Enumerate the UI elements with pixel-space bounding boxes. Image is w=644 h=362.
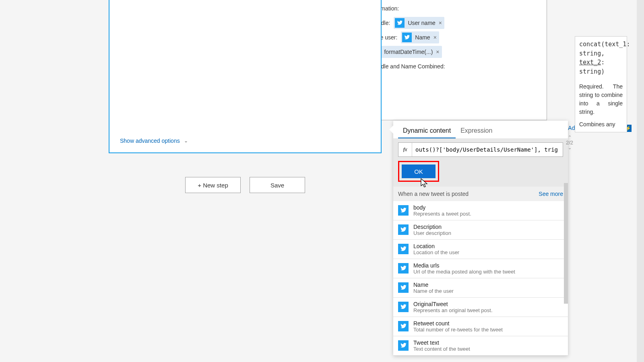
item-title: Description: [413, 224, 451, 230]
highlight-box: OK: [398, 161, 439, 182]
item-desc: Location of the user: [413, 249, 459, 255]
item-title: Location: [413, 243, 459, 249]
dynamic-content-item[interactable]: OriginalTweetRepresents an original twee…: [393, 298, 568, 317]
chevron-up-icon[interactable]: ⌃: [566, 135, 573, 140]
twitter-icon: [398, 205, 409, 216]
item-title: Tweet text: [413, 339, 470, 346]
popup-arrow: [389, 125, 393, 134]
close-icon[interactable]: ×: [436, 49, 439, 55]
scrollbar-thumb[interactable]: [564, 183, 568, 304]
function-signature-tooltip: concat(text_1: string, text_2: string) R…: [575, 36, 627, 132]
dynamic-content-item[interactable]: Tweet textText content of the tweet: [393, 336, 568, 356]
twitter-icon: [398, 340, 409, 351]
item-title: Retweet count: [413, 320, 503, 327]
chevron-down-icon[interactable]: ⌄: [566, 146, 573, 150]
pager-text: 2/2: [566, 140, 573, 146]
dynamic-content-item[interactable]: Retweet countTotal number of re-tweets f…: [393, 317, 568, 336]
twitter-icon: [398, 321, 409, 331]
item-desc: Total number of re-tweets for the tweet: [413, 327, 503, 333]
twitter-icon: [398, 263, 409, 274]
close-icon[interactable]: ×: [433, 34, 437, 41]
token-username[interactable]: User name ×: [394, 17, 444, 29]
dynamic-content-item[interactable]: bodyRepresents a tweet post.: [393, 201, 568, 220]
item-desc: Represents an original tweet post.: [413, 307, 493, 313]
expression-input[interactable]: [412, 144, 563, 155]
item-desc: Text content of the tweet: [413, 346, 470, 352]
item-title: OriginalTweet: [413, 301, 493, 307]
ok-button[interactable]: OK: [402, 165, 436, 178]
token-label: User name: [408, 20, 435, 26]
expression-input-wrap: fx: [398, 142, 563, 157]
signature-pager[interactable]: ⌃ 2/2 ⌄: [566, 135, 573, 150]
fx-icon: fx: [398, 143, 412, 156]
action-card: Show advanced options ⌄: [109, 0, 382, 153]
sig-part: concat(text_1: string,: [579, 41, 630, 57]
item-desc: Name of the user: [413, 288, 454, 294]
token-label: formatDateTime(...): [384, 49, 433, 55]
dynamic-content-list[interactable]: bodyRepresents a tweet post.DescriptionU…: [393, 201, 568, 356]
item-desc: Url of the media posted along with the t…: [413, 269, 515, 275]
dynamic-content-item[interactable]: NameName of the user: [393, 278, 568, 298]
new-step-button[interactable]: + New step: [185, 177, 241, 193]
sig-description: Required. The string to combine into a s…: [579, 82, 623, 116]
sig-more: Combines any: [579, 120, 623, 129]
show-advanced-label: Show advanced options: [120, 138, 180, 144]
window-scrollbar[interactable]: [637, 0, 644, 362]
see-more-link[interactable]: See more: [539, 191, 563, 197]
save-button[interactable]: Save: [250, 177, 305, 193]
twitter-icon: [402, 33, 412, 42]
item-title: Name: [413, 282, 454, 288]
dynamic-content-item[interactable]: DescriptionUser description: [393, 220, 568, 240]
sig-active-param: text_2: [579, 59, 601, 66]
twitter-icon: [398, 302, 409, 312]
dynamic-content-item[interactable]: LocationLocation of the user: [393, 240, 568, 259]
item-title: body: [413, 204, 471, 211]
item-desc: User description: [413, 230, 451, 236]
show-advanced-options[interactable]: Show advanced options ⌄: [120, 138, 188, 144]
twitter-icon: [398, 224, 409, 235]
twitter-icon: [395, 18, 405, 28]
item-desc: Represents a tweet post.: [413, 211, 471, 217]
tab-expression[interactable]: Expression: [456, 124, 497, 138]
tab-dynamic-content[interactable]: Dynamic content: [398, 124, 456, 138]
twitter-icon: [398, 244, 409, 254]
close-icon[interactable]: ×: [439, 20, 442, 26]
twitter-icon: [398, 282, 409, 293]
dynamic-content-popup: Dynamic content Expression fx OK When a …: [393, 121, 568, 356]
token-name[interactable]: Name ×: [401, 31, 439, 43]
token-label: Name: [415, 34, 430, 41]
dynamic-content-item[interactable]: Media urlsUrl of the media posted along …: [393, 259, 568, 278]
item-title: Media urls: [413, 262, 515, 269]
section-title: When a new tweet is posted: [398, 191, 469, 197]
chevron-down-icon: ⌄: [184, 138, 188, 144]
